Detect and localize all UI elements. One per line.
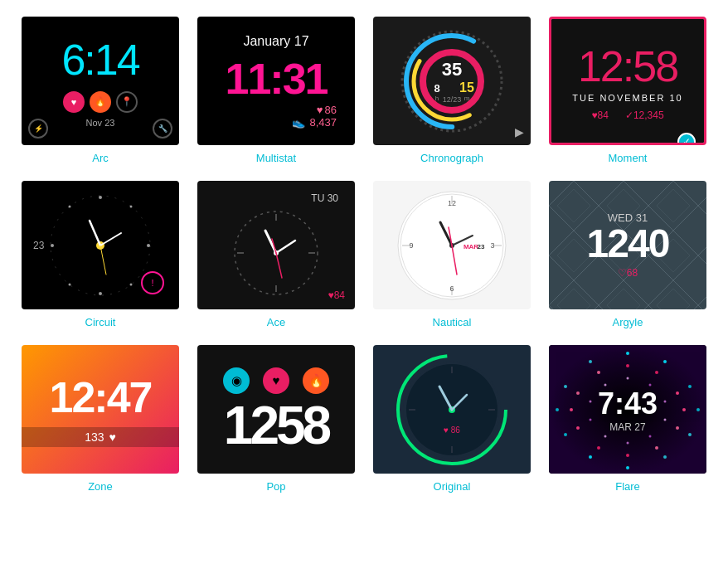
svg-text:3: 3 — [490, 241, 494, 250]
watch-item-chronograph[interactable]: 35 8 h 15 m 12/23 ▶ Chronograph — [368, 17, 536, 164]
svg-point-91 — [627, 377, 629, 380]
svg-point-76 — [556, 408, 559, 411]
watch-item-original[interactable]: ♥ 86 Original — [368, 345, 536, 493]
arc-bottom-left-icon: ⚡ — [28, 119, 48, 139]
svg-point-68 — [663, 360, 667, 363]
svg-text:12: 12 — [448, 199, 456, 207]
svg-point-84 — [655, 446, 658, 450]
svg-point-17 — [69, 205, 71, 207]
watch-face-original[interactable]: ♥ 86 — [373, 345, 531, 474]
watch-item-nautical[interactable]: 12 3 6 9 MAR 23 Nautical — [368, 181, 536, 328]
svg-text:35: 35 — [442, 59, 462, 80]
svg-point-82 — [682, 408, 686, 411]
svg-point-89 — [576, 391, 580, 395]
watch-face-flare[interactable]: 7:43 MAR 27 — [549, 345, 706, 474]
watch-face-chronograph[interactable]: 35 8 h 15 m 12/23 ▶ — [373, 17, 531, 145]
svg-line-22 — [90, 221, 100, 246]
svg-point-73 — [626, 466, 629, 469]
watch-item-argyle[interactable]: WED 31 1240 ♡68 Argyle — [544, 181, 711, 328]
svg-point-85 — [626, 454, 629, 457]
flare-date: MAR 27 — [609, 421, 645, 433]
svg-text:m: m — [464, 95, 470, 102]
svg-point-86 — [597, 446, 600, 450]
multistat-date: January 17 — [243, 34, 308, 49]
svg-text:6: 6 — [449, 284, 454, 293]
svg-point-75 — [564, 433, 567, 436]
watch-item-moment[interactable]: 12:58 TUE NOVEMBER 10 ♥84 ✓12,345 ✓ Mome… — [544, 17, 711, 164]
watch-item-pop[interactable]: ◉ ♥ 🔥 1258 Pop — [192, 345, 360, 493]
watch-face-circuit[interactable]: 23 ! — [22, 181, 179, 309]
svg-point-14 — [99, 292, 102, 295]
watch-item-flare[interactable]: 7:43 MAR 27 Flare — [544, 345, 711, 493]
arc-heart-icon: ♥ — [63, 91, 85, 113]
watch-face-pop[interactable]: ◉ ♥ 🔥 1258 — [197, 345, 355, 474]
svg-line-32 — [276, 241, 295, 253]
arc-label: Arc — [92, 152, 109, 164]
watch-item-ace[interactable]: TU 30 — [192, 181, 360, 328]
multistat-steps: 👟 8,437 — [292, 116, 338, 129]
pop-activity-icon: ◉ — [223, 367, 250, 394]
moment-steps: ✓12,345 — [625, 109, 664, 121]
pop-time: 1258 — [224, 399, 328, 452]
moment-date: TUE NOVEMBER 10 — [572, 93, 682, 103]
watch-face-moment[interactable]: 12:58 TUE NOVEMBER 10 ♥84 ✓12,345 ✓ — [549, 17, 706, 145]
svg-point-97 — [604, 435, 607, 438]
svg-point-74 — [589, 455, 592, 459]
flare-label: Flare — [615, 480, 640, 493]
svg-line-23 — [100, 233, 121, 246]
pop-heart-icon: ♥ — [263, 367, 289, 394]
svg-point-77 — [564, 385, 567, 388]
svg-point-87 — [576, 426, 580, 430]
svg-point-72 — [663, 455, 667, 459]
multistat-heart: ♥86 — [317, 104, 338, 116]
watch-faces-grid: 6:14 ♥ 🔥 📍 Nov 23 ⚡ 🔧 Arc January 17 11:… — [17, 17, 711, 493]
circuit-label: Circuit — [85, 316, 116, 328]
svg-text:15: 15 — [459, 80, 474, 95]
watch-item-arc[interactable]: 6:14 ♥ 🔥 📍 Nov 23 ⚡ 🔧 Arc — [17, 17, 184, 164]
svg-point-98 — [590, 419, 592, 421]
watch-face-arc[interactable]: 6:14 ♥ 🔥 📍 Nov 23 ⚡ 🔧 — [22, 17, 179, 145]
zone-steps: 133 — [85, 430, 104, 444]
watch-face-nautical[interactable]: 12 3 6 9 MAR 23 — [373, 181, 531, 309]
watch-item-circuit[interactable]: 23 ! Circuit — [17, 181, 184, 328]
moment-selected-checkmark: ✓ — [677, 133, 696, 145]
svg-point-88 — [570, 408, 573, 411]
svg-text:12/23: 12/23 — [443, 95, 462, 104]
multistat-label: Multistat — [256, 152, 296, 164]
moment-time: 12:58 — [578, 41, 677, 91]
chronograph-label: Chronograph — [420, 152, 483, 164]
svg-point-15 — [51, 244, 54, 247]
watch-item-zone[interactable]: 12:47 133 ♥ Zone — [17, 345, 184, 493]
arc-fire-icon: 🔥 — [90, 91, 111, 113]
svg-point-0 — [402, 32, 502, 131]
original-label: Original — [434, 480, 471, 493]
multistat-time: 11:31 — [226, 54, 328, 104]
svg-point-90 — [597, 371, 600, 374]
moment-label: Moment — [609, 152, 648, 164]
watch-item-multistat[interactable]: January 17 11:31 ♥86 👟 8,437 Multistat — [192, 17, 360, 164]
svg-point-99 — [590, 401, 592, 403]
ace-date: TU 30 — [311, 192, 355, 204]
argyle-label: Argyle — [613, 316, 643, 328]
svg-point-83 — [676, 426, 679, 430]
svg-point-67 — [626, 352, 629, 355]
svg-point-20 — [130, 283, 133, 285]
svg-point-81 — [676, 391, 679, 395]
pop-label: Pop — [266, 480, 285, 493]
svg-point-71 — [688, 433, 692, 436]
flare-time: 7:43 — [598, 387, 658, 421]
circuit-badge: ! — [141, 271, 164, 294]
svg-point-13 — [99, 196, 102, 199]
svg-point-95 — [649, 435, 652, 438]
zone-time: 12:47 — [50, 372, 152, 422]
arc-bottom-right-icon: 🔧 — [153, 119, 172, 139]
svg-point-19 — [69, 283, 71, 285]
watch-face-multistat[interactable]: January 17 11:31 ♥86 👟 8,437 — [197, 17, 355, 145]
zone-heart-icon: ♥ — [109, 430, 116, 444]
watch-face-ace[interactable]: TU 30 — [197, 181, 355, 309]
argyle-heart: ♡68 — [618, 267, 638, 279]
watch-face-argyle[interactable]: WED 31 1240 ♡68 — [549, 181, 706, 309]
watch-face-zone[interactable]: 12:47 133 ♥ — [22, 345, 179, 474]
svg-point-80 — [655, 371, 658, 374]
svg-text:8: 8 — [434, 82, 439, 95]
